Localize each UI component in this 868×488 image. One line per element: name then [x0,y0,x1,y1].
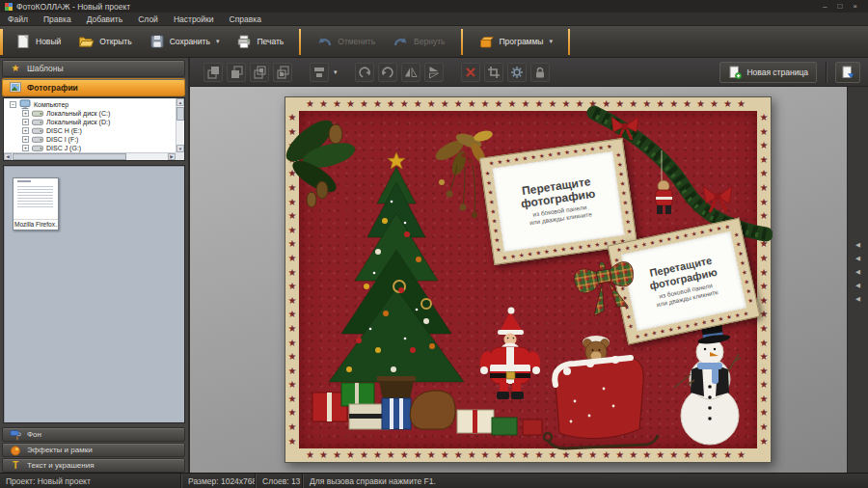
chevron-left-icon[interactable]: ◀ [855,255,860,261]
expand-box-icon[interactable]: + [22,110,29,117]
photo-thumbnail[interactable]: Mozilla Firefox… [13,177,59,230]
programs-box-icon [478,35,495,49]
drop-photo-area[interactable]: Перетащите фотографию из боковой панели … [492,151,624,253]
photocollage-app-window: ФотоКОЛЛАЖ - Новый проект – □ × Файл Пра… [0,0,868,488]
menu-file[interactable]: Файл [0,13,36,26]
effects-icon [10,445,21,456]
main-toolbar: Новый Открыть Сохранить ▾ Печать Отменит… [0,26,868,58]
collage-page[interactable]: ★★★★★★★★★★★★★★★★★★★★★★★★★★★★★★★★★ ★★★★★★… [285,96,772,463]
computer-icon [19,99,31,110]
chevron-left-icon[interactable]: ◀ [855,295,860,302]
scroll-up-icon[interactable]: ▲ [176,98,184,106]
send-to-back-button[interactable] [227,63,246,82]
programs-dropdown-caret[interactable]: ▾ [549,38,553,45]
menu-settings[interactable]: Настройки [166,13,222,26]
teddy-in-sleigh[interactable] [544,336,658,448]
rotate-left-button[interactable] [355,63,374,82]
santa-figurine[interactable] [478,308,542,400]
menu-layer[interactable]: Слой [130,13,166,26]
photos-icon [10,82,21,93]
chevron-left-icon[interactable]: ◀ [855,268,860,275]
drive-icon [32,136,43,144]
scrollbar-corner [176,152,184,160]
crop-button[interactable] [484,63,503,82]
workspace: ▾ Новая страница [190,58,868,473]
tree-item-drive-e[interactable]: + DISC H (E:) [10,126,184,135]
open-button[interactable]: Открыть [69,28,140,55]
scroll-right-icon[interactable]: ▶ [168,153,176,160]
christmas-tree[interactable] [329,152,464,404]
menu-add[interactable]: Добавить [79,13,131,26]
drop-photo-area[interactable]: Перетащите фотографию из боковой панели … [621,231,746,331]
minimize-button[interactable]: – [823,0,827,13]
sidebar-section-effects[interactable]: Эффекты и рамки [2,443,185,457]
text-icon: T [10,461,21,471]
sidebar-section-background[interactable]: Фон [2,427,185,442]
chevron-left-icon[interactable]: ◀ [855,241,860,248]
expand-box-icon[interactable]: + [22,145,29,151]
templates-star-icon: ★ [10,64,21,73]
send-backward-button[interactable] [273,63,292,82]
maximize-button[interactable]: □ [837,0,842,13]
tree-item-drive-c[interactable]: + Локальный диск (C:) [10,109,184,118]
page-copy-icon [841,66,854,79]
drive-icon [32,145,43,152]
redo-button[interactable]: Вернуть [384,28,453,55]
status-project: Проект: Новый проект [0,476,180,486]
scroll-left-icon[interactable]: ◀ [4,153,12,160]
sidebar-section-text[interactable]: T Текст и украшения [2,458,185,473]
new-project-button[interactable]: Новый [7,28,69,55]
bring-forward-button[interactable] [250,63,269,82]
close-button[interactable]: × [853,0,857,13]
scrollbar-thumb[interactable] [176,107,184,121]
flip-vertical-button[interactable] [424,63,444,82]
tree-vertical-scrollbar[interactable]: ▲ ▼ [176,98,184,152]
tree-item-drive-d[interactable]: + Локальный диск (D:) [10,118,184,126]
printer-icon [236,34,252,49]
collapse-box-icon[interactable]: − [10,101,16,108]
tree-item-drive-g[interactable]: + DISC J (G:) [10,144,184,152]
left-sidebar: ★ Шаблоны Фотографии − Компьютер + [0,58,190,473]
tree-horizontal-scrollbar[interactable]: ◀ ▶ [4,152,176,160]
thumbnail-image [14,178,58,219]
expand-box-icon[interactable]: + [22,119,29,125]
expand-box-icon[interactable]: + [22,127,29,134]
undo-icon [316,35,333,49]
app-icon [5,3,13,11]
align-button[interactable] [310,63,329,82]
delete-button[interactable] [461,63,480,82]
toolbar-separator [568,29,570,55]
chevron-left-icon[interactable]: ◀ [855,282,860,288]
bring-to-front-button[interactable] [203,63,223,82]
toolbar-separator [299,29,301,55]
sidebar-section-photos[interactable]: Фотографии [2,78,185,96]
right-panel-toggle[interactable]: ◀ ◀ ◀ ◀ ◀ [847,87,868,473]
canvas-area: ★★★★★★★★★★★★★★★★★★★★★★★★★★★★★★★★★ ★★★★★★… [190,87,847,473]
pine-branch-topleft[interactable] [285,114,358,207]
lock-button[interactable] [530,63,550,82]
print-button[interactable]: Печать [228,28,292,55]
new-page-button[interactable]: Новая страница [719,62,817,83]
scrollbar-thumb[interactable] [13,153,126,160]
sidebar-section-templates[interactable]: ★ Шаблоны [2,60,185,77]
save-button[interactable]: Сохранить ▾ [141,28,229,55]
menu-help[interactable]: Справка [222,13,269,26]
align-dropdown-caret[interactable]: ▾ [334,68,338,76]
status-help-hint: Для вызова справки нажмите F1. [304,476,868,486]
tree-item-computer[interactable]: − Компьютер [10,100,184,109]
flip-horizontal-button[interactable] [401,63,420,82]
programs-button[interactable]: Программы ▾ [470,28,561,55]
toolbar-separator [461,29,463,55]
menu-edit[interactable]: Правка [36,13,79,26]
canvas-toolbar: ▾ Новая страница [190,58,868,87]
undo-button[interactable]: Отменить [308,28,384,55]
scroll-down-icon[interactable]: ▼ [176,145,184,152]
drive-icon [32,127,43,135]
settings-gear-button[interactable] [507,63,527,82]
tree-item-drive-f[interactable]: + DISC I (F:) [10,135,184,144]
page-actions-button[interactable] [835,62,860,83]
expand-box-icon[interactable]: + [22,136,29,143]
new-document-icon [15,34,31,49]
save-dropdown-caret[interactable]: ▾ [216,38,220,45]
rotate-right-button[interactable] [378,63,397,82]
